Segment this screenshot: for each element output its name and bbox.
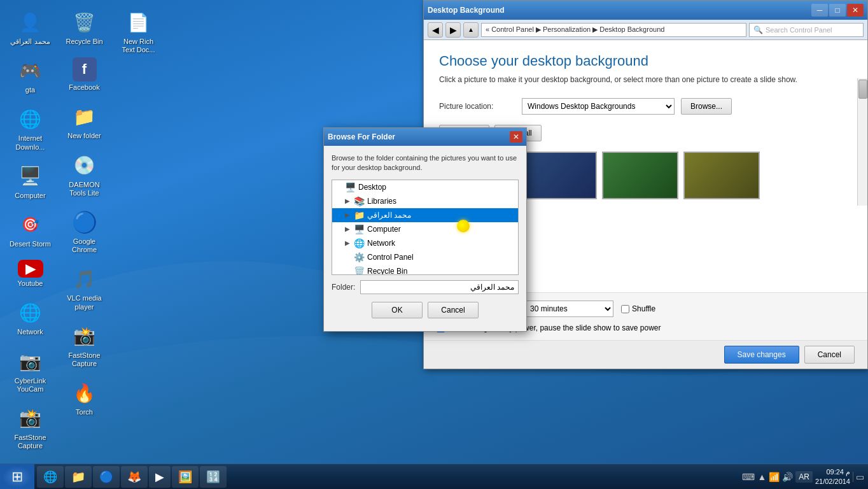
expand-arrow-network: ▶ xyxy=(345,239,351,246)
expand-arrow-computer: ▶ xyxy=(345,225,351,232)
desktop-tree-icon: 🖥️ xyxy=(345,182,356,192)
cp-tree-label: Control Panel xyxy=(367,253,414,262)
shuffle-label: Shuffle xyxy=(632,304,655,313)
desktop-icon-daemon-tools[interactable]: 💿 DAEMON Tools Lite xyxy=(60,150,108,200)
desktop-icon-user-folder[interactable]: 👤 محمد العراقي xyxy=(6,6,54,48)
taskbar-item-media[interactable]: ▶ xyxy=(149,466,171,488)
tray-language[interactable]: AR xyxy=(795,471,813,483)
footer-buttons: Save changes Cancel xyxy=(424,340,867,369)
user-tree-label: محمد العراقي xyxy=(367,211,411,220)
recycle-tree-icon: 🗑️ xyxy=(354,266,365,275)
cyberlink-icon: 📷 xyxy=(17,348,44,375)
bff-buttons: OK Cancel xyxy=(332,297,519,323)
daemon-tools-label: DAEMON Tools Lite xyxy=(63,181,106,197)
extra-icon: 🔢 xyxy=(206,470,220,484)
recycle-bin-icon: 🗑️ xyxy=(71,9,98,36)
picture-location-label: Picture location: xyxy=(439,102,515,111)
desktop-icon-facebook[interactable]: f Facebook xyxy=(60,55,108,94)
internet-downloader-icon: 🌐 xyxy=(17,106,44,132)
tray-arrow-icon[interactable]: ▲ xyxy=(757,472,766,482)
bff-instruction: Browse to the folder containing the pict… xyxy=(332,153,519,173)
faststone2-icon: 📸 xyxy=(71,323,98,350)
thumbnail-2[interactable] xyxy=(521,152,597,199)
desktop-icon-youtube[interactable]: ▶ Youtube xyxy=(6,257,54,290)
taskbar-tray: ⌨ ▲ 📶 🔊 AR 09:24 م 21/02/2014 ▭ xyxy=(738,464,868,490)
browse-for-folder-dialog: Browse For Folder ✕ Browse to the folder… xyxy=(323,127,527,332)
up-button[interactable]: ▲ xyxy=(463,22,479,38)
search-box[interactable]: 🔍 Search Control Panel xyxy=(749,23,864,37)
show-desktop-icon[interactable]: ▭ xyxy=(853,472,864,482)
internet-downloader-label: Internet Downlo... xyxy=(9,134,52,151)
taskbar-item-firefox[interactable]: 🦊 xyxy=(121,466,148,488)
close-button[interactable]: ✕ xyxy=(847,4,864,17)
desktop-icon-gta[interactable]: 🎮 gta xyxy=(6,55,54,97)
start-button[interactable]: ⊞ xyxy=(0,464,34,490)
bff-tree-item-libraries[interactable]: ▶ 📚 Libraries xyxy=(332,194,518,208)
scrollbar-thumb[interactable] xyxy=(858,80,867,99)
desktop-icon-torch[interactable]: 🔥 Torch xyxy=(60,377,108,419)
taskbar-item-photo[interactable]: 🖼️ xyxy=(172,466,199,488)
bff-tree-item-network[interactable]: ▶ 🌐 Network xyxy=(332,236,518,250)
desktop-icon-recycle-bin[interactable]: 🗑️ Recycle Bin xyxy=(60,6,108,48)
user-folder-icon: 👤 xyxy=(17,9,44,36)
taskbar-item-chrome[interactable]: 🔵 xyxy=(93,466,120,488)
desktop-icon-faststone1[interactable]: 📸 FastStone Capture xyxy=(6,402,54,453)
desktop-icon-new-folder[interactable]: 📁 New folder xyxy=(60,101,108,143)
maximize-button[interactable]: □ xyxy=(829,4,846,17)
desktop-icon-vlc[interactable]: 🎵 VLC media player xyxy=(60,263,108,313)
taskbar-item-ie[interactable]: 🌐 xyxy=(37,466,64,488)
save-changes-button[interactable]: Save changes xyxy=(724,346,799,364)
bff-tree-item-desktop[interactable]: 🖥️ Desktop xyxy=(332,180,518,194)
bff-close-button[interactable]: ✕ xyxy=(510,131,522,143)
bff-tree[interactable]: 🖥️ Desktop ▶ 📚 Libraries ▶ 📁 محمد العراق… xyxy=(332,180,519,275)
minimize-button[interactable]: ─ xyxy=(811,4,828,17)
bff-body: Browse to the folder containing the pict… xyxy=(324,146,526,331)
desktop-icon-rich-text[interactable]: 📄 New Rich Text Doc... xyxy=(115,6,162,57)
desktop-icon-google-chrome[interactable]: 🔵 Google Chrome xyxy=(60,206,108,257)
back-button[interactable]: ◀ xyxy=(428,22,443,38)
bff-cancel-button[interactable]: Cancel xyxy=(428,302,479,318)
shuffle-checkbox[interactable] xyxy=(621,305,629,313)
desert-storm-label: Desert Storm xyxy=(10,240,51,248)
libraries-tree-icon: 📚 xyxy=(354,196,365,206)
interval-select[interactable]: 30 minutes xyxy=(524,301,613,317)
address-bar: ◀ ▶ ▲ « Control Panel ▶ Personalization … xyxy=(424,20,867,40)
desktop-icon-computer[interactable]: 🖥️ Computer xyxy=(6,160,54,202)
explorer-icon: 📁 xyxy=(71,470,85,484)
bff-folder-row: Folder: xyxy=(332,275,519,297)
bff-ok-button[interactable]: OK xyxy=(372,302,423,318)
cp-heading: Choose your desktop background xyxy=(439,53,852,69)
shuffle-checkbox-label[interactable]: Shuffle xyxy=(621,304,655,313)
faststone1-label: FastStone Capture xyxy=(9,434,52,450)
network-icon: 🌐 xyxy=(17,299,44,326)
ie-icon: 🌐 xyxy=(43,470,57,484)
libraries-tree-label: Libraries xyxy=(367,197,396,206)
bff-tree-item-user-folder[interactable]: ▶ 📁 محمد العراقي xyxy=(332,208,518,222)
cancel-button[interactable]: Cancel xyxy=(804,346,855,364)
picture-location-select[interactable]: Windows Desktop Backgrounds xyxy=(522,98,675,115)
desktop-icon-network[interactable]: 🌐 Network xyxy=(6,297,54,339)
desktop-icon-desert-storm[interactable]: 🎯 Desert Storm xyxy=(6,209,54,251)
bff-tree-item-control-panel[interactable]: ⚙️ Control Panel xyxy=(332,250,518,264)
bff-tree-item-computer[interactable]: ▶ 🖥️ Computer xyxy=(332,222,518,236)
taskbar-item-explorer[interactable]: 📁 xyxy=(65,466,92,488)
desktop-icon-cyberlink[interactable]: 📷 CyberLink YouCam xyxy=(6,346,54,396)
expand-arrow-user: ▶ xyxy=(345,211,351,218)
bff-folder-input[interactable] xyxy=(360,280,519,294)
desktop-icon-faststone2[interactable]: 📸 FastStone Capture xyxy=(60,320,108,371)
thumbnail-3[interactable] xyxy=(602,152,678,199)
address-path[interactable]: « Control Panel ▶ Personalization ▶ Desk… xyxy=(481,23,746,37)
bff-tree-item-recycle[interactable]: 🗑️ Recycle Bin xyxy=(332,264,518,275)
tray-time-value: 09:24 م xyxy=(815,467,850,476)
tray-date-value: 21/02/2014 xyxy=(815,477,850,486)
forward-button[interactable]: ▶ xyxy=(445,22,461,38)
computer-icon: 🖥️ xyxy=(17,163,44,190)
daemon-tools-icon: 💿 xyxy=(71,152,98,179)
thumbnail-4[interactable] xyxy=(683,152,760,199)
desktop-icon-internet-downloader[interactable]: 🌐 Internet Downlo... xyxy=(6,103,54,153)
browse-button[interactable]: Browse... xyxy=(681,98,732,115)
taskbar-item-extra[interactable]: 🔢 xyxy=(200,466,227,488)
taskbar-items: 🌐 📁 🔵 🦊 ▶ 🖼️ 🔢 xyxy=(34,466,738,488)
tray-volume-icon: 🔊 xyxy=(782,472,793,482)
vlc-label: VLC media player xyxy=(63,294,106,311)
